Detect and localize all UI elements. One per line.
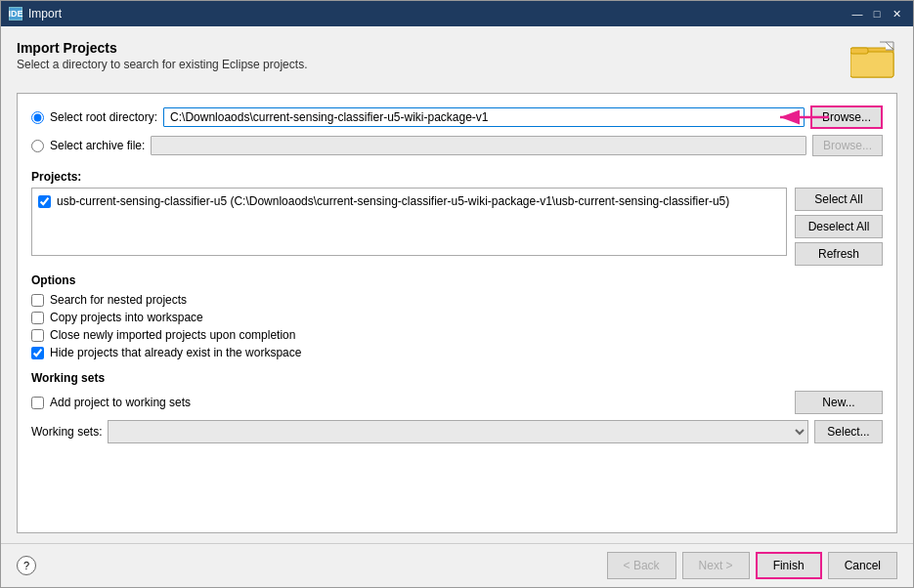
dialog-content: Import Projects Select a directory to se… xyxy=(1,26,913,543)
select-all-button[interactable]: Select All xyxy=(795,188,883,211)
close-imported-checkbox[interactable] xyxy=(31,329,44,342)
deselect-all-button[interactable]: Deselect All xyxy=(795,215,883,238)
archive-file-radio[interactable] xyxy=(31,140,44,152)
form-panel: Select root directory: Browse... xyxy=(17,93,897,533)
page-title: Import Projects xyxy=(17,40,307,56)
projects-section: Projects: usb-current-sensing-classifier… xyxy=(31,170,883,266)
maximize-button[interactable]: □ xyxy=(868,6,886,21)
close-imported-label: Close newly imported projects upon compl… xyxy=(50,328,295,342)
working-sets-input-row: Working sets: Select... xyxy=(31,420,883,443)
dialog-footer: ? < Back Next > Finish Cancel xyxy=(1,543,913,587)
working-sets-label: Working sets: xyxy=(31,425,102,439)
copy-projects-label: Copy projects into workspace xyxy=(50,311,203,324)
annotation-arrow xyxy=(775,107,834,127)
import-window: IDE Import — □ ✕ Import Projects Select … xyxy=(0,0,914,588)
next-button[interactable]: Next > xyxy=(682,552,750,579)
project-item: usb-current-sensing-classifier-u5 (C:\Do… xyxy=(36,192,782,210)
refresh-button[interactable]: Refresh xyxy=(795,242,883,266)
page-subtitle: Select a directory to search for existin… xyxy=(17,58,307,71)
title-bar: IDE Import — □ ✕ xyxy=(1,1,913,26)
option-hide-existing: Hide projects that already exist in the … xyxy=(31,346,883,359)
new-working-set-button[interactable]: New... xyxy=(795,391,883,414)
option-copy-projects: Copy projects into workspace xyxy=(31,311,883,324)
project-name: usb-current-sensing-classifier-u5 (C:\Do… xyxy=(57,194,729,208)
minimize-button[interactable]: — xyxy=(849,6,866,21)
svg-rect-2 xyxy=(850,48,868,54)
option-nested-projects: Search for nested projects xyxy=(31,293,883,307)
close-button[interactable]: ✕ xyxy=(888,6,905,21)
page-header: Import Projects Select a directory to se… xyxy=(17,40,897,79)
working-sets-title: Working sets xyxy=(31,371,883,385)
root-directory-row: Select root directory: Browse... xyxy=(31,105,883,129)
projects-list: usb-current-sensing-classifier-u5 (C:\Do… xyxy=(31,188,787,256)
back-button[interactable]: < Back xyxy=(607,552,676,579)
root-directory-radio[interactable] xyxy=(31,111,44,124)
archive-file-row: Select archive file: Browse... xyxy=(31,135,883,156)
cancel-button[interactable]: Cancel xyxy=(828,552,897,579)
window-title: Import xyxy=(28,7,62,21)
add-working-sets-checkbox[interactable] xyxy=(31,397,44,409)
select-working-set-button[interactable]: Select... xyxy=(814,420,883,443)
archive-browse-button[interactable]: Browse... xyxy=(812,135,883,156)
options-section: Options Search for nested projects Copy … xyxy=(31,273,883,363)
archive-file-label: Select archive file: xyxy=(50,139,145,152)
app-icon: IDE xyxy=(9,7,22,21)
working-sets-add-row: Add project to working sets New... xyxy=(31,391,883,414)
projects-area: usb-current-sensing-classifier-u5 (C:\Do… xyxy=(31,188,883,266)
working-sets-section: Working sets Add project to working sets… xyxy=(31,371,883,443)
options-title: Options xyxy=(31,273,883,287)
projects-label: Projects: xyxy=(31,170,883,184)
working-sets-select[interactable] xyxy=(108,420,808,443)
help-button[interactable]: ? xyxy=(17,556,36,575)
archive-file-input[interactable] xyxy=(151,136,806,155)
project-checkbox[interactable] xyxy=(38,195,51,208)
add-working-sets-label: Add project to working sets xyxy=(50,396,191,409)
hide-existing-label: Hide projects that already exist in the … xyxy=(50,346,301,359)
finish-button[interactable]: Finish xyxy=(756,552,822,579)
nested-projects-label: Search for nested projects xyxy=(50,293,187,307)
folder-icon xyxy=(850,40,897,79)
option-close-imported: Close newly imported projects upon compl… xyxy=(31,328,883,342)
nested-projects-checkbox[interactable] xyxy=(31,294,44,307)
hide-existing-checkbox[interactable] xyxy=(31,347,44,359)
root-directory-input[interactable] xyxy=(163,107,805,127)
copy-projects-checkbox[interactable] xyxy=(31,312,44,324)
root-directory-label: Select root directory: xyxy=(50,110,157,124)
svg-rect-1 xyxy=(850,52,893,77)
